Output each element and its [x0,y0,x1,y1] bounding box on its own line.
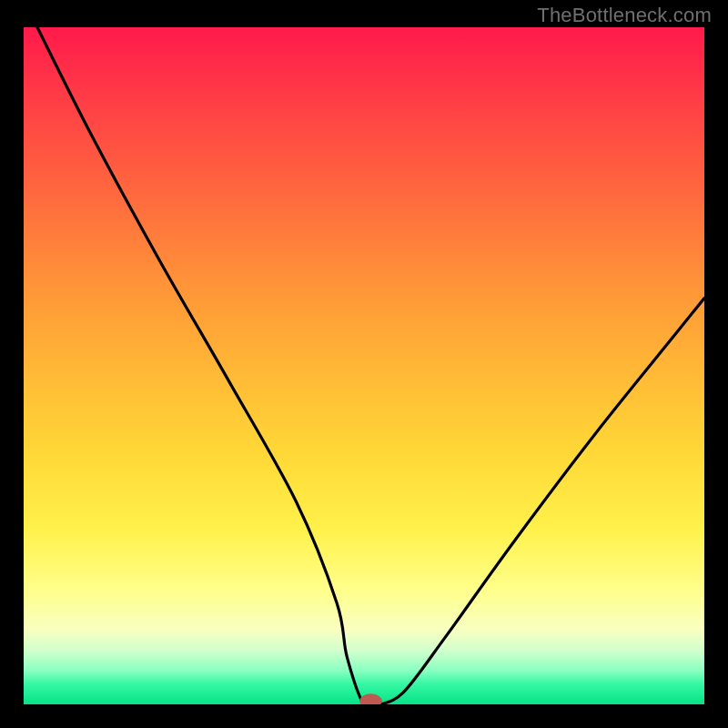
chart-frame: TheBottleneck.com [0,0,728,728]
minimum-marker [360,694,382,704]
plot-area [24,27,704,704]
watermark-text: TheBottleneck.com [537,4,712,27]
bottleneck-curve [37,27,704,704]
plot-svg [24,27,704,704]
